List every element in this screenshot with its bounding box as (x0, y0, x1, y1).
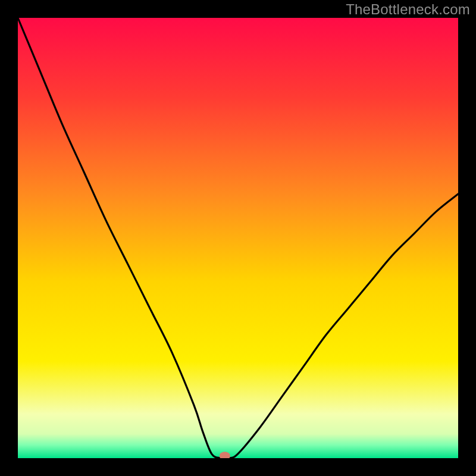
watermark-text: TheBottleneck.com (346, 1, 470, 18)
chart-container: TheBottleneck.com (0, 0, 476, 476)
bottleneck-chart-svg (0, 0, 476, 476)
plot-background (18, 18, 458, 458)
